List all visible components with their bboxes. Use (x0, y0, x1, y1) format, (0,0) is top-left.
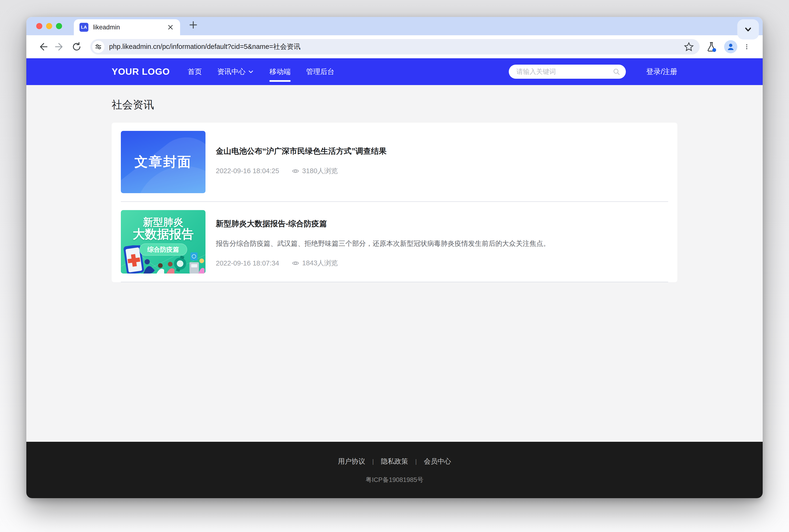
keyword-search-box[interactable] (509, 64, 626, 79)
maximize-window-button[interactable] (56, 23, 62, 29)
browser-tab-likeadmin[interactable]: LA likeadmin (74, 19, 180, 35)
search-input[interactable] (516, 68, 612, 75)
footer-links: 用户协议 | 隐私政策 | 会员中心 (338, 457, 451, 466)
tab-close-icon[interactable] (166, 23, 174, 31)
chevron-down-icon (248, 69, 254, 75)
new-tab-button[interactable] (188, 20, 199, 30)
article-meta: 2022-09-16 18:07:34 1843人浏览 (216, 259, 668, 268)
article-meta: 2022-09-16 18:04:25 3180人浏览 (216, 166, 668, 176)
menu-item-mobile[interactable]: 移动端 (269, 58, 290, 85)
menu-item-news-center[interactable]: 资讯中心 (217, 58, 254, 85)
close-window-button[interactable] (36, 23, 42, 29)
article-views: 1843人浏览 (302, 259, 338, 268)
article-description: 报告分综合防疫篇、武汉篇、拒绝野味篇三个部分，还原本次新型冠状病毒肺炎疫情发生前… (216, 239, 668, 249)
menu-item-label: 首页 (188, 67, 202, 77)
site-navbar: YOUR LOGO 首页 资讯中心 移动端 管理后台 (26, 58, 763, 85)
main-menu: 首页 资讯中心 移动端 管理后台 (188, 58, 334, 85)
cover-text: 文章封面 (134, 153, 192, 171)
cover-badge: 综合防疫篇 (139, 244, 187, 256)
footer-link-privacy-policy[interactable]: 隐私政策 (381, 457, 408, 466)
minimize-window-button[interactable] (46, 23, 52, 29)
address-bar[interactable]: php.likeadmin.cn/pc/information/default?… (90, 39, 700, 55)
tab-title: likeadmin (93, 24, 166, 31)
menu-item-home[interactable]: 首页 (188, 58, 202, 85)
tab-favicon: LA (79, 23, 88, 32)
article-title[interactable]: 新型肺炎大数据报告-综合防疫篇 (216, 218, 668, 229)
cover-text-line1: 新型肺炎 (143, 217, 183, 227)
views-eye-icon (292, 167, 299, 175)
profile-avatar[interactable] (724, 40, 737, 53)
views-eye-icon (292, 260, 299, 267)
footer-separator: | (415, 458, 417, 465)
page-main: 社会资讯 文章封面 金山电池公布“沪广深市民绿色生活方式”调查结果 2022-0… (26, 85, 763, 442)
article-list-card: 文章封面 金山电池公布“沪广深市民绿色生活方式”调查结果 2022-09-16 … (112, 123, 677, 282)
window-controls (36, 23, 62, 29)
footer-separator: | (372, 458, 374, 465)
reload-button[interactable] (72, 42, 82, 52)
footer-link-member-center[interactable]: 会员中心 (424, 457, 451, 466)
menu-item-label: 管理后台 (306, 67, 334, 77)
tab-search-button[interactable] (737, 19, 759, 39)
experiments-flask-icon[interactable] (706, 41, 717, 52)
browser-window: LA likeadmin (26, 17, 763, 498)
page-title: 社会资讯 (112, 98, 677, 112)
menu-item-label: 移动端 (269, 67, 290, 77)
browser-toolbar: php.likeadmin.cn/pc/information/default?… (26, 35, 763, 58)
article-item: 新型肺炎 大数据报告 综合防疫篇 (121, 202, 668, 282)
site-content: YOUR LOGO 首页 资讯中心 移动端 管理后台 (26, 58, 763, 498)
search-icon[interactable] (612, 68, 621, 76)
article-item: 文章封面 金山电池公布“沪广深市民绿色生活方式”调查结果 2022-09-16 … (121, 131, 668, 202)
bookmark-star-icon[interactable] (684, 42, 694, 52)
menu-item-label: 资讯中心 (217, 67, 245, 77)
tab-strip: LA likeadmin (26, 17, 763, 35)
article-thumbnail[interactable]: 新型肺炎 大数据报告 综合防疫篇 (121, 210, 205, 273)
menu-item-admin[interactable]: 管理后台 (306, 58, 334, 85)
toolbar-right (706, 40, 755, 53)
article-thumbnail[interactable]: 文章封面 (121, 131, 205, 193)
url-text[interactable]: php.likeadmin.cn/pc/information/default?… (109, 42, 684, 52)
site-logo[interactable]: YOUR LOGO (112, 66, 170, 77)
site-footer: 用户协议 | 隐私政策 | 会员中心 粤ICP备19081985号 (26, 442, 763, 498)
article-date: 2022-09-16 18:07:34 (216, 260, 279, 267)
back-button[interactable] (38, 42, 48, 52)
cover-text-line2: 大数据报告 (133, 227, 194, 241)
article-views: 3180人浏览 (302, 166, 338, 176)
article-date: 2022-09-16 18:04:25 (216, 167, 279, 175)
footer-link-user-agreement[interactable]: 用户协议 (338, 457, 365, 466)
icp-record-number: 粤ICP备19081985号 (365, 476, 424, 484)
article-title[interactable]: 金山电池公布“沪广深市民绿色生活方式”调查结果 (216, 146, 668, 156)
forward-button[interactable] (55, 42, 65, 52)
login-register-link[interactable]: 登录/注册 (646, 67, 677, 77)
browser-menu-icon[interactable] (744, 42, 751, 52)
site-settings-icon[interactable] (92, 41, 105, 53)
